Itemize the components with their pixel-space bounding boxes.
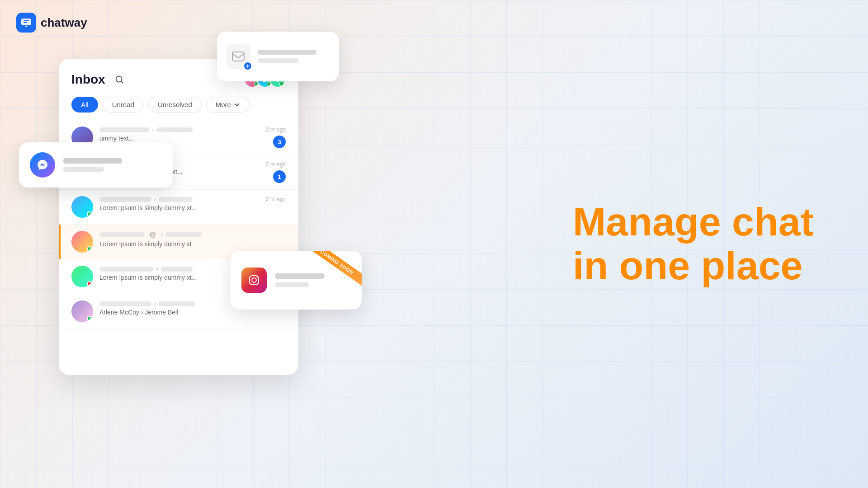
chat-meta-3: 2 hr ago	[266, 196, 286, 202]
ig-title-placeholder	[275, 273, 325, 279]
messenger-subtitle-placeholder	[63, 167, 104, 172]
instagram-icon	[241, 267, 267, 293]
unread-badge-2: 1	[273, 170, 286, 183]
chat-name-row-1: ›	[99, 127, 259, 133]
chat-meta-1: 2 hr ago 3	[266, 127, 286, 148]
chat-arrow-4: ›	[161, 231, 163, 238]
chat-preview-6: Arlene McCoy › Jerome Bell	[99, 309, 259, 316]
chat-arrow-1: ›	[152, 127, 154, 133]
name-placeholder-1	[99, 127, 149, 132]
logo: chatway	[16, 13, 87, 33]
chat-meta-2: 2 hr ago 1	[266, 161, 286, 183]
instagram-text-area	[275, 273, 325, 287]
chat-avatar-5	[71, 266, 93, 287]
ig-subtitle-placeholder	[275, 282, 309, 287]
chat-name-row-3: ›	[99, 196, 259, 202]
name-placeholder-4	[99, 232, 145, 237]
search-icon[interactable]	[112, 72, 127, 87]
chat-time-1: 2 hr ago	[266, 127, 286, 133]
chat-arrow-5: ›	[156, 266, 158, 272]
inbox-title: Inbox	[71, 72, 127, 87]
chat-avatar-3	[71, 196, 93, 218]
svg-point-4	[152, 234, 154, 236]
headline-line2: in one place	[573, 244, 814, 288]
chat-time-2: 2 hr ago	[266, 161, 286, 168]
email-text-area	[258, 50, 316, 63]
unread-badge-1: 3	[273, 136, 286, 148]
svg-point-7	[252, 278, 256, 282]
instagram-card: COMING SOON	[231, 251, 362, 310]
svg-rect-0	[21, 19, 31, 25]
tab-more[interactable]: More	[206, 97, 250, 113]
chat-preview-4: Lorem Ipsum is simply dummy xt	[99, 240, 279, 248]
chat-content-4: › Lorem Ipsum is simply dummy xt	[99, 231, 279, 248]
headline: Manage chat in one place	[573, 200, 814, 288]
name-placeholder-3	[99, 197, 151, 202]
tab-unread[interactable]: Unread	[103, 97, 144, 113]
inbox-label: Inbox	[71, 72, 105, 87]
chat-preview-1: ummy text...	[99, 135, 259, 142]
tab-unresolved[interactable]: Unresolved	[148, 97, 202, 113]
chat-arrow-6: ›	[154, 300, 156, 307]
filter-tabs: All Unread Unresolved More	[59, 97, 298, 120]
logo-text: chatway	[41, 16, 87, 30]
chat-content-1: › ummy text...	[99, 127, 259, 142]
svg-rect-1	[232, 52, 244, 61]
messenger-text-area	[63, 158, 122, 172]
name-placeholder-6	[99, 301, 151, 306]
chat-content-3: › Lorem Ipsum is simply dummy xt...	[99, 196, 259, 211]
messenger-title-placeholder	[63, 158, 122, 164]
chat-preview-3: Lorem Ipsum is simply dummy xt...	[99, 204, 259, 211]
messenger-card	[19, 142, 173, 188]
messenger-icon	[30, 152, 55, 178]
plus-badge: +	[243, 61, 252, 70]
name2-placeholder-3	[159, 197, 193, 202]
name2-placeholder-5	[161, 267, 193, 272]
chat-item-3[interactable]: › Lorem Ipsum is simply dummy xt... 2 hr…	[59, 190, 298, 225]
svg-point-8	[256, 277, 257, 277]
email-icon-wrap: +	[226, 44, 250, 69]
chat-name-row-4: ›	[99, 231, 279, 239]
chat-avatar-6	[71, 300, 93, 322]
chat-time-3: 2 hr ago	[266, 196, 286, 202]
headline-line1: Manage chat	[573, 200, 814, 244]
svg-point-5	[154, 233, 155, 234]
name2-placeholder-1	[156, 127, 193, 132]
chat-arrow-3: ›	[154, 196, 156, 202]
email-subtitle-placeholder	[258, 58, 298, 63]
logo-icon	[16, 13, 36, 33]
email-channel-card: +	[217, 32, 339, 81]
email-title-placeholder	[258, 50, 316, 55]
chat-avatar-4	[71, 231, 93, 253]
tab-all[interactable]: All	[71, 97, 98, 113]
name2-placeholder-4	[165, 232, 202, 237]
inbox-panel: Inbox A B C All Unread Unresolved More	[59, 59, 298, 375]
name-placeholder-5	[99, 267, 154, 272]
name2-placeholder-6	[159, 301, 195, 306]
